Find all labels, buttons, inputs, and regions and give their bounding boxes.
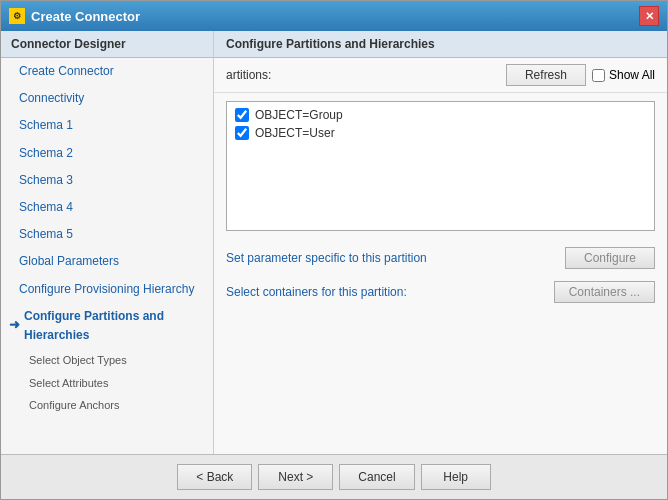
sidebar-item-schema-3[interactable]: Schema 3 (1, 167, 213, 194)
sidebar-item-configure-provisioning[interactable]: Configure Provisioning Hierarchy (1, 276, 213, 303)
show-all-checkbox[interactable] (592, 69, 605, 82)
sidebar-item-create-connector[interactable]: Create Connector (1, 58, 213, 85)
list-item: OBJECT=User (231, 124, 650, 142)
panel-header: Configure Partitions and Hierarchies (214, 31, 667, 58)
sidebar-item-schema-2[interactable]: Schema 2 (1, 140, 213, 167)
sidebar-item-schema-5[interactable]: Schema 5 (1, 221, 213, 248)
close-button[interactable]: ✕ (639, 6, 659, 26)
footer: < Back Next > Cancel Help (1, 454, 667, 499)
configure-button[interactable]: Configure (565, 247, 655, 269)
main-panel: Configure Partitions and Hierarchies art… (214, 31, 667, 454)
show-all-container: Show All (592, 68, 655, 82)
partition-user-label: OBJECT=User (255, 126, 335, 140)
sidebar-item-connectivity[interactable]: Connectivity (1, 85, 213, 112)
set-param-row: Set parameter specific to this partition… (226, 247, 655, 269)
sidebar-header: Connector Designer (1, 31, 213, 58)
set-param-label: Set parameter specific to this partition (226, 251, 565, 265)
partition-section: Set parameter specific to this partition… (214, 239, 667, 311)
sidebar-item-schema-1[interactable]: Schema 1 (1, 112, 213, 139)
next-button[interactable]: Next > (258, 464, 333, 490)
title-bar: ⚙ Create Connector ✕ (1, 1, 667, 31)
sidebar-item-schema-4[interactable]: Schema 4 (1, 194, 213, 221)
current-arrow-icon: ➜ (9, 315, 20, 336)
sidebar-item-select-object-types[interactable]: Select Object Types (1, 349, 213, 372)
main-window: ⚙ Create Connector ✕ Connector Designer … (0, 0, 668, 500)
window-icon: ⚙ (9, 8, 25, 24)
content-area: Connector Designer Create Connector Conn… (1, 31, 667, 454)
containers-row: Select containers for this partition: Co… (226, 281, 655, 303)
back-button[interactable]: < Back (177, 464, 252, 490)
show-all-label: Show All (609, 68, 655, 82)
partition-group-label: OBJECT=Group (255, 108, 343, 122)
refresh-button[interactable]: Refresh (506, 64, 586, 86)
panel-toolbar: artitions: Refresh Show All (214, 58, 667, 93)
sidebar-item-configure-partitions[interactable]: ➜ Configure Partitions and Hierarchies (1, 303, 213, 349)
sidebar-item-global-parameters[interactable]: Global Parameters (1, 248, 213, 275)
sidebar-item-select-attributes[interactable]: Select Attributes (1, 372, 213, 395)
list-item: OBJECT=Group (231, 106, 650, 124)
containers-label: Select containers for this partition: (226, 285, 554, 299)
sidebar-item-configure-anchors[interactable]: Configure Anchors (1, 394, 213, 417)
partition-group-checkbox[interactable] (235, 108, 249, 122)
window-title: Create Connector (31, 9, 140, 24)
partition-user-checkbox[interactable] (235, 126, 249, 140)
help-button[interactable]: Help (421, 464, 491, 490)
partition-list: OBJECT=Group OBJECT=User (226, 101, 655, 231)
containers-button[interactable]: Containers ... (554, 281, 655, 303)
sidebar: Connector Designer Create Connector Conn… (1, 31, 214, 454)
cancel-button[interactable]: Cancel (339, 464, 414, 490)
partitions-label: artitions: (226, 68, 500, 82)
